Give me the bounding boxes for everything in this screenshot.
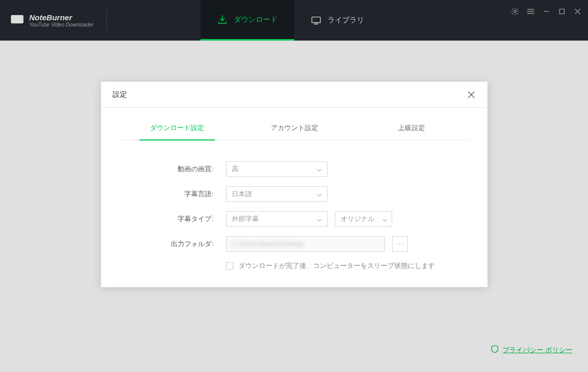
svg-rect-0	[311, 17, 320, 23]
label-quality: 動画の画質:	[132, 164, 226, 174]
chevron-down-icon	[317, 165, 322, 173]
settings-tab-account[interactable]: アカウント設定	[236, 116, 353, 140]
browse-folder-button[interactable]: ···	[392, 236, 408, 252]
main-tabs: ダウンロード ライブラリ	[201, 0, 381, 41]
settings-tab-download[interactable]: ダウンロード設定	[119, 116, 236, 140]
tab-download[interactable]: ダウンロード	[201, 0, 294, 41]
maximize-button[interactable]	[558, 7, 566, 16]
sleep-checkbox-label: ダウンロードが完了後、コンピューターをスリープ状態にします	[239, 261, 435, 271]
select-subtitle-lang[interactable]: 日本語	[226, 186, 328, 202]
download-icon	[217, 15, 228, 25]
settings-form: 動画の画質: 高 字幕言語: 日本語 字幕タイプ: 外部字幕 オリジナル	[101, 140, 487, 271]
app-title: NoteBurner	[29, 13, 94, 22]
dialog-close-button[interactable]	[467, 90, 476, 99]
chevron-down-icon	[317, 215, 322, 223]
library-icon	[311, 15, 321, 25]
settings-tabs: ダウンロード設定 アカウント設定 上級設定	[119, 116, 470, 140]
app-subtitle: YouTube Video Downloader	[29, 22, 94, 28]
logo-section: NoteBurner YouTube Video Downloader	[0, 0, 94, 41]
row-subtitle-lang: 字幕言語: 日本語	[132, 186, 456, 202]
window-controls	[511, 7, 582, 16]
select-subtitle-variant-value: オリジナル	[341, 214, 374, 224]
header-divider	[106, 10, 107, 31]
dialog-header: 設定	[101, 82, 487, 108]
shield-icon	[491, 345, 498, 355]
minimize-button[interactable]	[542, 7, 551, 16]
output-folder-input[interactable]: C:\Users\Takashi\Desktop	[226, 236, 385, 252]
sleep-checkbox[interactable]	[226, 262, 233, 270]
chevron-down-icon	[382, 215, 387, 223]
select-subtitle-lang-value: 日本語	[232, 189, 252, 199]
select-quality[interactable]: 高	[226, 161, 328, 177]
label-output-folder: 出力フォルダ:	[132, 239, 226, 249]
tab-library-label: ライブラリ	[328, 16, 364, 25]
select-subtitle-type[interactable]: 外部字幕	[226, 211, 328, 227]
tab-download-label: ダウンロード	[234, 15, 278, 24]
chevron-down-icon	[317, 190, 322, 198]
settings-icon[interactable]	[511, 7, 519, 16]
row-sleep-checkbox: ダウンロードが完了後、コンピューターをスリープ状態にします	[226, 261, 456, 271]
label-subtitle-type: 字幕タイプ:	[132, 214, 226, 224]
close-window-button[interactable]	[573, 7, 582, 16]
svg-rect-2	[560, 9, 565, 14]
label-subtitle-lang: 字幕言語:	[132, 189, 226, 199]
dialog-title: 設定	[112, 90, 127, 99]
tab-library[interactable]: ライブラリ	[294, 0, 381, 41]
select-subtitle-type-value: 外部字幕	[232, 214, 259, 224]
privacy-policy-text: プライバシー ポリシー	[503, 345, 572, 355]
row-subtitle-type: 字幕タイプ: 外部字幕 オリジナル	[132, 211, 456, 227]
select-quality-value: 高	[232, 164, 239, 174]
app-header: NoteBurner YouTube Video Downloader ダウンロ…	[0, 0, 588, 41]
row-output-folder: 出力フォルダ: C:\Users\Takashi\Desktop ···	[132, 236, 456, 252]
menu-icon[interactable]	[527, 7, 535, 16]
row-quality: 動画の画質: 高	[132, 161, 456, 177]
logo-icon	[10, 14, 29, 27]
svg-point-1	[514, 10, 516, 12]
output-folder-value: C:\Users\Takashi\Desktop	[232, 240, 304, 248]
settings-dialog: 設定 ダウンロード設定 アカウント設定 上級設定 動画の画質: 高 字幕言語: …	[101, 82, 487, 287]
settings-tab-advanced[interactable]: 上級設定	[353, 116, 470, 140]
select-subtitle-variant[interactable]: オリジナル	[335, 211, 392, 227]
privacy-policy-link[interactable]: プライバシー ポリシー	[491, 345, 572, 355]
